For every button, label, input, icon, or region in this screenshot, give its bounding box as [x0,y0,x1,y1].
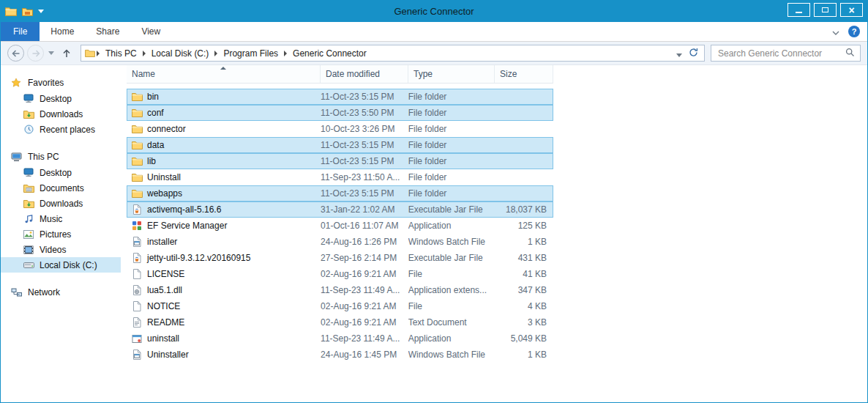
file-name-cell: lib [127,156,321,166]
search-input[interactable] [717,48,845,59]
back-button[interactable] [7,45,24,62]
file-name: Uninstall [147,172,181,182]
column-header-date-modified[interactable]: Date modified [321,65,408,83]
text-icon [131,317,143,328]
file-row-ef-service-manager[interactable]: EF Service Manager01-Oct-16 11:07 AMAppl… [127,218,553,234]
sidebar-group-network[interactable]: Network [1,284,121,300]
file-name-cell: uninstall [127,333,321,344]
jar-icon [131,253,143,263]
sidebar-item-label: Music [40,214,62,224]
breadcrumb-chevron-icon[interactable] [284,51,287,56]
file-name-cell: LICENSE [127,269,321,279]
file-name: README [147,317,184,328]
tab-view[interactable]: View [130,22,171,41]
breadcrumb-chevron-icon[interactable] [214,51,217,56]
sidebar-group-label: Favorites [28,78,64,88]
sidebar-item-pictures[interactable]: Pictures [1,226,121,242]
sidebar-group-favorites[interactable]: Favorites [1,75,121,91]
column-header-size[interactable]: Size [495,65,553,83]
breadcrumb-item-program-files[interactable]: Program Files [219,48,283,59]
folder-icon [131,173,143,182]
file-row-webapps[interactable]: webapps11-Oct-23 5:15 PMFile folder [127,185,553,202]
breadcrumb-item-this-pc[interactable]: This PC [101,48,141,59]
qat-folder-icon[interactable] [22,7,33,16]
file-name: installer [147,237,177,247]
ribbon-right-controls: ? [832,22,867,41]
file-row-connector[interactable]: connector10-Oct-23 3:26 PMFile folder [127,121,553,137]
tab-home[interactable]: Home [40,22,85,41]
breadcrumb-item-generic-connector[interactable]: Generic Connector [288,48,371,59]
file-name-cell: jetty-util-9.3.12.v20160915 [127,253,321,263]
file-row-data[interactable]: data11-Oct-23 5:15 PMFile folder [127,137,553,153]
expand-ribbon-chevron-icon[interactable] [832,25,839,38]
breadcrumb-chevron-icon[interactable] [143,51,146,56]
sidebar-item-music[interactable]: Music [1,211,121,226]
file-row-activemq-all-5-16-6[interactable]: activemq-all-5.16.631-Jan-22 1:02 AMExec… [127,202,553,218]
file-name: LICENSE [147,269,184,279]
file-row-uninstaller[interactable]: Uninstaller24-Aug-16 1:45 PMWindows Batc… [127,347,553,363]
sidebar-item-local-disk-c[interactable]: Local Disk (C:) [1,257,121,273]
sidebar-item-desktop[interactable]: Desktop [1,165,121,180]
sidebar-item-downloads[interactable]: Downloads [1,196,121,211]
maximize-button[interactable] [814,3,837,17]
minimize-button[interactable] [787,3,810,17]
sidebar-group-this-pc[interactable]: This PC [1,149,121,165]
explorer-app-icon[interactable] [5,7,17,16]
tab-share[interactable]: Share [85,22,130,41]
sidebar-item-videos[interactable]: Videos [1,242,121,257]
file-row-notice[interactable]: NOTICE02-Aug-16 9:21 AMFile4 KB [127,298,553,314]
sidebar-item-desktop[interactable]: Desktop [1,91,121,106]
titlebar: Generic Connector × [1,1,867,22]
sidebar-group-gap [1,137,121,149]
file-row-conf[interactable]: conf11-Oct-23 5:50 PMFile folder [127,105,553,121]
file-row-jetty-util-9-3-12-v20160915[interactable]: jetty-util-9.3.12.v2016091527-Sep-16 2:1… [127,250,553,266]
file-type: File folder [408,140,495,150]
file-name: Uninstaller [147,350,189,360]
main-area: FavoritesDesktopDownloadsRecent placesTh… [1,65,867,402]
file-size: 1 KB [494,350,553,360]
breadcrumb-item-local-disk-c[interactable]: Local Disk (C:) [147,48,214,59]
sidebar: FavoritesDesktopDownloadsRecent placesTh… [1,65,121,402]
column-header-name[interactable]: Name [127,65,321,83]
file-row-license[interactable]: LICENSE02-Aug-16 9:21 AMFile41 KB [127,266,553,282]
file-row-bin[interactable]: bin11-Oct-23 5:15 PMFile folder [127,89,553,105]
breadcrumb-folder-icon[interactable] [85,49,95,57]
address-history-chevron-icon[interactable] [676,47,682,60]
file-date-modified: 11-Sep-23 11:49 A... [321,285,408,295]
file-row-installer[interactable]: installer24-Aug-16 1:26 PMWindows Batch … [127,234,553,250]
close-button[interactable]: × [840,3,863,17]
file-row-lua5-1-dll[interactable]: lua5.1.dll11-Sep-23 11:49 A...Applicatio… [127,282,553,298]
help-icon[interactable]: ? [848,26,860,37]
sidebar-item-recent-places[interactable]: Recent places [1,122,121,137]
sidebar-item-documents[interactable]: Documents [1,180,121,196]
file-row-uninstall[interactable]: uninstall11-Sep-23 11:49 A...Application… [127,330,553,347]
pictures-icon [23,230,34,239]
file-size: 431 KB [494,253,553,263]
file-name: jetty-util-9.3.12.v20160915 [147,253,250,263]
breadcrumb-end-controls [676,47,700,60]
recent-places-icon [23,125,34,134]
tab-file[interactable]: File [1,22,40,41]
breadcrumb-chevron-icon[interactable] [97,51,100,56]
sidebar-item-label: Documents [40,183,84,193]
file-date-modified: 31-Jan-22 1:02 AM [321,204,408,215]
file-name-cell: data [127,140,321,150]
file-row-uninstall[interactable]: Uninstall11-Sep-23 11:50 A...File folder [127,169,553,185]
file-name: webapps [147,188,182,199]
recent-locations-chevron-icon[interactable] [47,51,56,55]
refresh-icon[interactable] [689,47,698,60]
file-size: 41 KB [494,269,553,279]
file-type: File [408,301,495,311]
sidebar-item-downloads[interactable]: Downloads [1,106,121,122]
file-size: 125 KB [494,221,553,231]
column-header-type[interactable]: Type [408,65,495,83]
sidebar-item-label: Pictures [40,229,71,240]
qat-dropdown-icon[interactable] [38,10,44,13]
file-row-lib[interactable]: lib11-Oct-23 5:15 PMFile folder [127,153,553,169]
file-name-cell: Uninstaller [127,350,321,360]
search-icon[interactable] [845,47,855,60]
file-row-readme[interactable]: README02-Aug-16 9:21 AMText Document3 KB [127,314,553,330]
forward-button[interactable] [27,45,44,62]
file-name-cell: connector [127,124,321,134]
up-button[interactable] [59,45,75,62]
